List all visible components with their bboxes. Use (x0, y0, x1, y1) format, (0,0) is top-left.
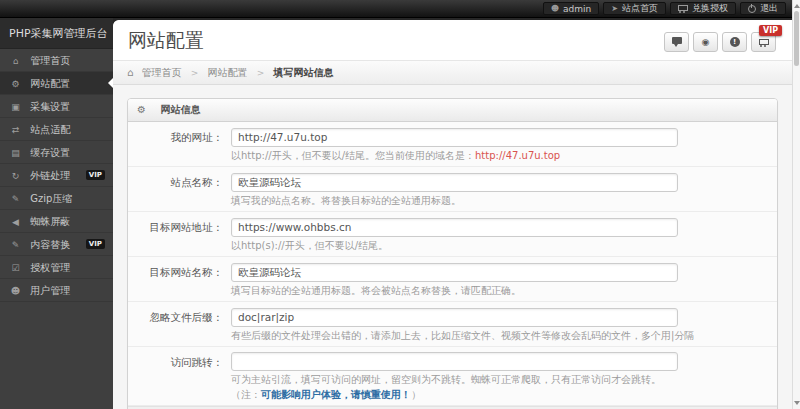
field-hint: 以http://开头，但不要以/结尾。您当前使用的域名是：http://47.u… (231, 150, 678, 162)
gear-icon: ⚙ (137, 104, 146, 115)
note-warning: 可能影响用户体验，请慎重使用！ (261, 389, 411, 400)
pencil-icon: ✎ (9, 188, 22, 211)
note-close: ） (411, 389, 421, 400)
hint-text: 以http://开头，但不要以/结尾。您当前使用的域名是： (231, 150, 475, 161)
field-hint: 以http(s)://开头，但不要以/结尾。 (231, 240, 678, 252)
user-icon: ☻ (551, 4, 559, 13)
folder-icon: ▤ (9, 142, 22, 165)
sidebar-item-label: 采集设置 (30, 101, 70, 112)
sidebar-item-spider-block[interactable]: ◀ 蜘蛛屏蔽 (0, 210, 113, 233)
scrollbar-down-arrow-icon[interactable] (794, 401, 800, 405)
sidebar-item-user-manage[interactable]: ☻ 用户管理 (0, 279, 113, 302)
current-domain-link[interactable]: http://47.u7u.top (475, 150, 560, 161)
form-row-ignore-suffix: 忽略文件后缀： 有些后缀的文件处理会出错的，请添加上去，比如压缩文件、视频文件等… (128, 302, 777, 347)
sidebar-item-outlink-process[interactable]: VIP ↻ 外链处理 (0, 164, 113, 187)
shuffle-icon: ⇄ (9, 119, 22, 142)
breadcrumb-home[interactable]: 管理首页 (142, 67, 182, 78)
visit-redirect-input[interactable] (231, 352, 678, 371)
scrollbar-thumb[interactable] (794, 11, 799, 66)
user-icon: ☻ (9, 280, 22, 303)
field-note: （注：可能影响用户体验，请慎重使用！） (231, 389, 678, 401)
sidebar-item-gzip[interactable]: ✎ Gzip压缩 (0, 187, 113, 210)
sidebar-item-label: 外链处理 (30, 170, 70, 181)
panel-header: ⚙ 网站信息 (128, 99, 777, 122)
vertical-scrollbar[interactable] (792, 0, 800, 409)
info-button[interactable] (722, 32, 747, 52)
topnav-logout[interactable]: 退出 (740, 2, 786, 15)
ignore-suffix-input[interactable] (231, 308, 678, 327)
form-row-my-url: 我的网址： 以http://开头，但不要以/结尾。您当前使用的域名是：http:… (128, 122, 777, 167)
home-icon: ⌂ (9, 50, 22, 73)
sidebar-item-content-replace[interactable]: VIP ✎ 内容替换 (0, 233, 113, 256)
circle-dot-icon: ◉ (702, 37, 710, 47)
topnav-site-home-label: 站点首页 (622, 2, 658, 15)
sidebar-item-collect-settings[interactable]: ▣ 采集设置 (0, 95, 113, 118)
note-open: （注： (231, 389, 261, 400)
cart-icon (759, 38, 769, 47)
sidebar-item-label: 网站配置 (30, 78, 70, 89)
field-label: 访问跳转： (128, 351, 223, 402)
my-url-input[interactable] (231, 128, 678, 147)
sidebar-item-label: 管理首页 (30, 55, 70, 66)
field-label: 目标网站名称： (128, 261, 223, 298)
app-window: ☻ admin ➤ 站点首页 兑换授权 退出 PHP采集网管理后台 ⌂ 管理首页 (0, 0, 800, 409)
topnav-admin-label: admin (563, 4, 591, 14)
form-row-target-url: 目标网站地址： 以http(s)://开头，但不要以/结尾。 (128, 212, 777, 257)
comment-button[interactable] (664, 32, 689, 52)
scrollbar-up-arrow-icon[interactable] (794, 4, 800, 8)
field-hint: 可为主站引流，填写可访问的网址，留空则为不跳转。蜘蛛可正常爬取，只有正常访问才会… (231, 374, 678, 386)
vip-ribbon-badge: VIP (759, 25, 782, 36)
brand-logo: PHP采集网管理后台 (0, 18, 113, 49)
topnav-exchange-license[interactable]: 兑换授权 (670, 2, 736, 15)
record-button[interactable]: ◉ (693, 32, 718, 52)
content-area: ⚙ 网站信息 我的网址： 以http://开头，但不要以/结尾。您当前使用的域名… (113, 85, 792, 409)
topnav-admin[interactable]: ☻ admin (543, 2, 600, 15)
cart-icon (678, 4, 688, 13)
form-row-site-name: 站点名称： 填写我的站点名称。将替换目标站的全站通用标题。 (128, 167, 777, 213)
speaker-icon: ◀ (9, 211, 22, 234)
topnav-exchange-label: 兑换授权 (692, 2, 728, 15)
gear-icon: ⚙ (9, 73, 22, 96)
main-card: 网站配置 VIP ◉ ⌂ 管理首页 > 网站配置 (113, 20, 792, 409)
breadcrumb-section[interactable]: 网站配置 (207, 67, 247, 78)
field-hint: 填写我的站点名称。将替换目标站的全站通用标题。 (231, 195, 678, 207)
site-info-panel: ⚙ 网站信息 我的网址： 以http://开头，但不要以/结尾。您当前使用的域名… (127, 98, 778, 409)
sidebar-item-label: 蜘蛛屏蔽 (30, 216, 70, 227)
pencil-icon: ✎ (9, 234, 22, 257)
page-header: 网站配置 VIP ◉ (113, 20, 792, 60)
refresh-icon: ↻ (9, 165, 22, 188)
sidebar-item-label: Gzip压缩 (30, 193, 72, 204)
sidebar-item-dashboard[interactable]: ⌂ 管理首页 (0, 49, 113, 72)
sidebar-item-cache-settings[interactable]: ▤ 缓存设置 (0, 141, 113, 164)
vip-badge: VIP (86, 239, 105, 249)
target-name-input[interactable] (231, 263, 678, 282)
arrow-icon: ➤ (611, 4, 618, 13)
field-hint: 填写目标站的全站通用标题。将会被站点名称替换，请匹配正确。 (231, 285, 678, 297)
topnav-logout-label: 退出 (760, 2, 778, 15)
breadcrumb-separator: > (191, 68, 199, 78)
top-bar: ☻ admin ➤ 站点首页 兑换授权 退出 (0, 0, 800, 18)
topnav-site-home[interactable]: ➤ 站点首页 (603, 2, 666, 15)
sidebar-item-license-manage[interactable]: ☑ 授权管理 (0, 256, 113, 279)
home-icon: ⌂ (127, 67, 133, 78)
sidebar-item-site-adapt[interactable]: ⇄ 站点适配 (0, 118, 113, 141)
form-row-visit-redirect: 访问跳转： 可为主站引流，填写可访问的网址，留空则为不跳转。蜘蛛可正常爬取，只有… (128, 347, 777, 407)
breadcrumb-current: 填写网站信息 (273, 67, 333, 78)
sidebar-item-label: 用户管理 (30, 285, 70, 296)
sidebar-item-label: 缓存设置 (30, 147, 70, 158)
comment-icon (672, 37, 682, 44)
top-nav: ☻ admin ➤ 站点首页 兑换授权 退出 (539, 2, 786, 15)
field-label: 我的网址： (128, 126, 223, 162)
field-hint: 有些后缀的文件处理会出错的，请添加上去，比如压缩文件、视频文件等修改会乱码的文件… (231, 330, 694, 342)
field-label: 忽略文件后缀： (128, 306, 223, 342)
sidebar: ⌂ 管理首页 ⚙ 网站配置 ▣ 采集设置 ⇄ 站点适配 ▤ 缓存设置 VIP ↻… (0, 49, 113, 409)
field-label: 目标网站地址： (128, 216, 223, 252)
vip-badge: VIP (86, 170, 105, 180)
panel-title: 网站信息 (160, 104, 200, 115)
sidebar-item-site-config[interactable]: ⚙ 网站配置 (0, 72, 113, 95)
site-name-input[interactable] (231, 173, 678, 192)
sidebar-item-label: 站点适配 (30, 124, 70, 135)
breadcrumb: ⌂ 管理首页 > 网站配置 > 填写网站信息 (113, 60, 792, 85)
sidebar-item-label: 内容替换 (30, 239, 70, 250)
target-url-input[interactable] (231, 218, 678, 237)
